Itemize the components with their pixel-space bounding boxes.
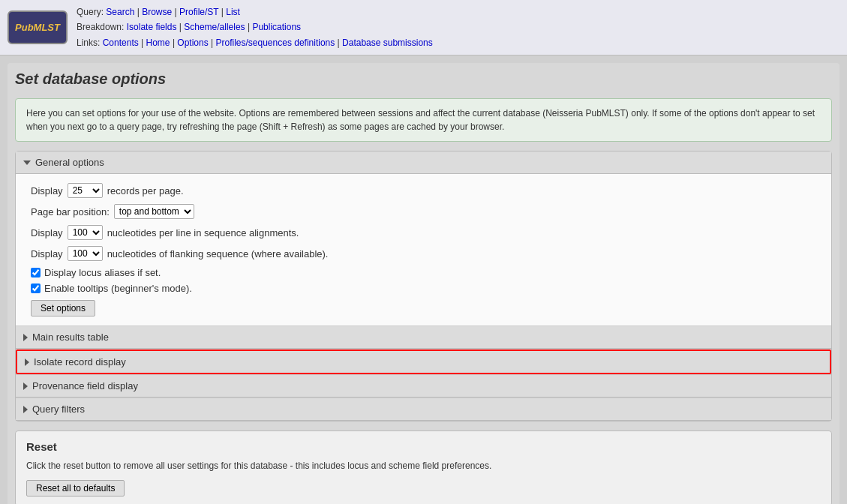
reset-description: Click the reset button to remove all use…: [26, 459, 821, 472]
options-panel: General options Display 10 25 50 100 200…: [15, 151, 832, 422]
links-label: Links:: [77, 38, 100, 48]
nucleotides-label1: Display: [31, 227, 63, 238]
query-filters-section: Query filters: [16, 398, 831, 421]
page-bar-select[interactable]: top bottom top and bottom none: [114, 204, 194, 219]
nav-home-link[interactable]: Home: [146, 38, 170, 48]
query-browse-link[interactable]: Browse: [142, 7, 172, 17]
tooltips-row: Enable tooltips (beginner's mode).: [31, 283, 816, 294]
main-results-table-arrow: [23, 334, 28, 341]
nucleotides-flank-row: Display 50 100 150 200 nucleotides of fl…: [31, 246, 816, 261]
reset-panel: Reset Click the reset button to remove a…: [15, 430, 832, 504]
nucleotides-flank-select[interactable]: 50 100 150 200: [68, 246, 103, 261]
nav-contents-link[interactable]: Contents: [103, 38, 139, 48]
nav-submissions-link[interactable]: Database submissions: [342, 38, 433, 48]
set-options-button[interactable]: Set options: [31, 300, 95, 316]
reset-title: Reset: [26, 440, 821, 453]
isolate-record-display-section: Isolate record display: [16, 349, 831, 374]
nav-profiles-link[interactable]: Profiles/sequences definitions: [216, 38, 335, 48]
page-title: Set database options: [15, 70, 832, 91]
display-label: Display: [31, 185, 63, 196]
nucleotides-flank-suffix: nucleotides of flanking sequence (where …: [107, 248, 329, 260]
header-links: Query: Search | Browse | Profile/ST | Li…: [77, 4, 433, 50]
main-content: Set database options Here you can set op…: [8, 63, 839, 504]
general-options-header[interactable]: General options: [16, 152, 831, 174]
query-filters-arrow: [23, 406, 28, 413]
breakdown-scheme-alleles-link[interactable]: Scheme/alleles: [184, 22, 245, 32]
query-filters-label: Query filters: [32, 404, 85, 415]
logo: PubMLST: [8, 10, 68, 44]
nucleotides-line-suffix: nucleotides per line in sequence alignme…: [107, 227, 299, 238]
isolate-record-display-label: Isolate record display: [34, 356, 126, 368]
aliases-row: Display locus aliases if set.: [31, 267, 816, 278]
main-results-table-label: Main results table: [32, 332, 109, 343]
set-options-row: Set options: [31, 300, 816, 316]
nucleotides-line-select[interactable]: 50 100 150 200: [68, 225, 103, 240]
info-box: Here you can set options for your use of…: [15, 98, 832, 142]
aliases-label: Display locus aliases if set.: [44, 267, 161, 278]
nav-links-row: Links: Contents | Home | Options | Profi…: [77, 35, 433, 50]
records-per-page-suffix: records per page.: [107, 185, 184, 196]
nucleotides-label2: Display: [31, 248, 63, 260]
reset-button[interactable]: Reset all to defaults: [26, 480, 125, 496]
logo-text: PubMLST: [15, 22, 60, 33]
general-options-arrow: [23, 160, 31, 165]
general-options-label: General options: [35, 157, 104, 168]
breakdown-publications-link[interactable]: Publications: [252, 22, 301, 32]
main-results-table-header[interactable]: Main results table: [16, 326, 831, 349]
breakdown-label: Breakdown:: [77, 22, 124, 32]
query-search-link[interactable]: Search: [106, 7, 134, 17]
query-label: Query:: [77, 7, 104, 17]
main-results-table-section: Main results table: [16, 326, 831, 349]
provenance-field-display-section: Provenance field display: [16, 374, 831, 398]
breakdown-isolate-fields-link[interactable]: Isolate fields: [127, 22, 177, 32]
general-options-content: Display 10 25 50 100 200 records per pag…: [16, 174, 831, 326]
provenance-field-display-header[interactable]: Provenance field display: [16, 375, 831, 398]
breakdown-row: Breakdown: Isolate fields | Scheme/allel…: [77, 20, 433, 34]
records-per-page-select[interactable]: 10 25 50 100 200: [68, 183, 103, 198]
page-bar-row: Page bar position: top bottom top and bo…: [31, 204, 816, 219]
tooltips-label: Enable tooltips (beginner's mode).: [44, 283, 192, 294]
nucleotides-line-row: Display 50 100 150 200 nucleotides per l…: [31, 225, 816, 240]
tooltips-checkbox[interactable]: [31, 284, 41, 293]
query-filters-header[interactable]: Query filters: [16, 398, 831, 421]
page-bar-label: Page bar position:: [31, 206, 110, 218]
isolate-record-display-arrow: [25, 358, 29, 366]
general-options-section: General options Display 10 25 50 100 200…: [16, 152, 831, 326]
provenance-field-display-label: Provenance field display: [32, 380, 138, 392]
nav-options-link[interactable]: Options: [177, 38, 208, 48]
provenance-field-display-arrow: [23, 382, 28, 390]
header: PubMLST Query: Search | Browse | Profile…: [0, 0, 847, 56]
query-profilest-link[interactable]: Profile/ST: [179, 7, 218, 17]
aliases-checkbox[interactable]: [31, 268, 41, 278]
records-per-page-row: Display 10 25 50 100 200 records per pag…: [31, 183, 816, 198]
query-row: Query: Search | Browse | Profile/ST | Li…: [77, 4, 433, 20]
isolate-record-display-header[interactable]: Isolate record display: [16, 350, 831, 374]
query-list-link[interactable]: List: [226, 7, 240, 17]
